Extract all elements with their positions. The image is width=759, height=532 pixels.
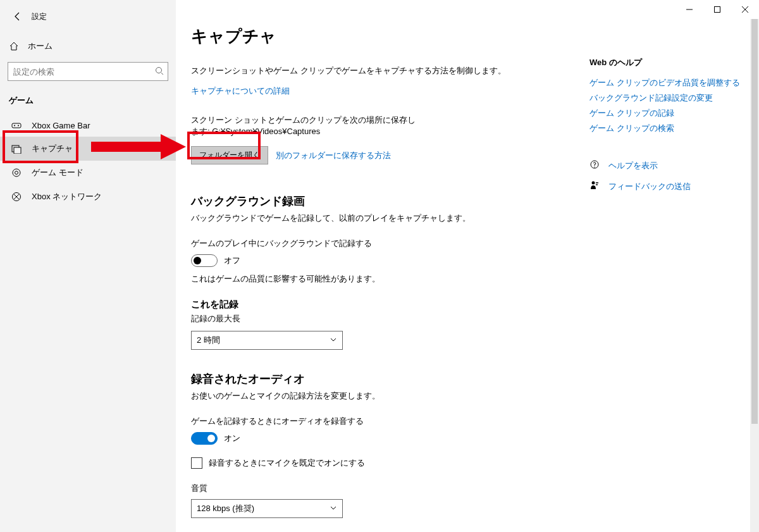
- search-wrap: [8, 62, 168, 81]
- titlebar: 設定: [0, 5, 176, 34]
- svg-point-0: [156, 68, 162, 73]
- audio-heading: 録音されたオーディオ: [191, 371, 583, 387]
- game-mode-icon: [11, 168, 22, 178]
- minimize-button[interactable]: [676, 0, 703, 19]
- category-header: ゲーム: [0, 90, 176, 114]
- bg-warning: これはゲームの品質に影響する可能性があります。: [191, 273, 583, 285]
- feedback-action[interactable]: フィードバックの送信: [589, 180, 741, 192]
- checkbox-icon: [191, 457, 202, 469]
- help-icon: [589, 159, 600, 171]
- audio-quality-value: 128 kbps (推奨): [197, 503, 254, 514]
- audio-quality-select[interactable]: 128 kbps (推奨): [191, 499, 343, 518]
- sidebar-item-xbox-network[interactable]: Xbox ネットワーク: [0, 185, 176, 209]
- more-info-link[interactable]: キャプチャについての詳細: [191, 86, 290, 96]
- game-bar-icon: [11, 120, 22, 130]
- help-column: Web のヘルプ ゲーム クリップのビデオ品質を調整する バックグラウンド記録設…: [583, 25, 741, 532]
- svg-rect-5: [14, 147, 21, 154]
- other-folder-link[interactable]: 別のフォルダーに保存する方法: [276, 150, 391, 161]
- close-button[interactable]: [731, 0, 759, 19]
- background-recording-heading: バックグラウンド録画: [191, 194, 583, 209]
- bg-toggle-state: オフ: [224, 255, 240, 266]
- mic-checkbox-label: 録音するときにマイクを既定でオンにする: [209, 457, 365, 469]
- home-label: ホーム: [28, 40, 52, 52]
- open-folder-button[interactable]: フォルダーを開く: [191, 146, 268, 164]
- sidebar-item-label: キャプチャ: [32, 143, 73, 154]
- audio-toggle-label: ゲームを記録するときにオーディオを録音する: [191, 416, 583, 427]
- bg-record-toggle[interactable]: [191, 254, 218, 267]
- record-length-value: 2 時間: [197, 335, 220, 346]
- sidebar: 設定 ホーム ゲーム Xbox Game Bar キャプチャ: [0, 0, 176, 532]
- svg-point-2: [14, 125, 15, 127]
- record-sublabel: 記録の最大長: [191, 313, 583, 325]
- help-link-record-clips[interactable]: ゲーム クリップの記録: [589, 108, 741, 119]
- search-icon: [154, 66, 164, 78]
- mic-default-checkbox[interactable]: 録音するときにマイクを既定でオンにする: [191, 457, 583, 469]
- sidebar-item-label: ゲーム モード: [32, 167, 83, 178]
- record-length-select[interactable]: 2 時間: [191, 331, 343, 350]
- help-heading: Web のヘルプ: [589, 57, 741, 68]
- audio-toggle-state: オン: [224, 433, 240, 444]
- sidebar-item-game-mode[interactable]: ゲーム モード: [0, 161, 176, 185]
- svg-rect-12: [715, 7, 720, 13]
- svg-point-6: [13, 169, 20, 176]
- chevron-down-icon: [330, 336, 337, 345]
- page-title: キャプチャ: [191, 25, 583, 47]
- svg-rect-1: [12, 123, 21, 128]
- sidebar-item-capture[interactable]: キャプチャ: [0, 137, 176, 161]
- window-title: 設定: [32, 11, 47, 22]
- home-icon: [9, 41, 19, 51]
- save-location-text: スクリーン ショットとゲームのクリップを次の場所に保存します: G:¥Syste…: [191, 114, 419, 137]
- help-link-video-quality[interactable]: ゲーム クリップのビデオ品質を調整する: [589, 77, 741, 89]
- svg-point-3: [18, 125, 19, 127]
- window-controls: [676, 0, 759, 19]
- record-heading: これを記録: [191, 299, 583, 311]
- xbox-icon: [11, 192, 22, 202]
- feedback-icon: [589, 180, 600, 192]
- svg-point-7: [15, 171, 18, 175]
- quality-label: 音質: [191, 483, 583, 494]
- page-description: スクリーンショットやゲーム クリップでゲームをキャプチャする方法を制御します。: [191, 65, 583, 77]
- help-link-search-clips[interactable]: ゲーム クリップの検索: [589, 123, 741, 134]
- search-input[interactable]: [8, 62, 168, 81]
- get-help-action[interactable]: ヘルプを表示: [589, 159, 741, 171]
- back-button[interactable]: [9, 8, 27, 25]
- sidebar-item-xbox-game-bar[interactable]: Xbox Game Bar: [0, 114, 176, 137]
- audio-record-toggle[interactable]: [191, 432, 218, 445]
- bg-toggle-label: ゲームのプレイ中にバックグラウンドで記録する: [191, 238, 583, 249]
- background-recording-desc: バックグラウンドでゲームを記録して、以前のプレイをキャプチャします。: [191, 213, 583, 224]
- maximize-button[interactable]: [703, 0, 731, 19]
- main-content: キャプチャ スクリーンショットやゲーム クリップでゲームをキャプチャする方法を制…: [176, 0, 759, 532]
- sidebar-item-label: Xbox Game Bar: [32, 121, 90, 130]
- svg-point-10: [594, 166, 595, 167]
- feedback-link: フィードバックの送信: [608, 181, 691, 192]
- audio-desc: お使いのゲームとマイクの記録方法を変更します。: [191, 390, 583, 402]
- chevron-down-icon: [330, 504, 337, 514]
- get-help-link: ヘルプを表示: [608, 160, 658, 171]
- svg-point-11: [592, 182, 595, 185]
- home-nav[interactable]: ホーム: [0, 34, 176, 58]
- help-link-bg-settings[interactable]: バックグラウンド記録設定の変更: [589, 92, 741, 104]
- capture-icon: [11, 144, 22, 154]
- sidebar-item-label: Xbox ネットワーク: [32, 191, 102, 202]
- scrollbar[interactable]: [750, 19, 759, 532]
